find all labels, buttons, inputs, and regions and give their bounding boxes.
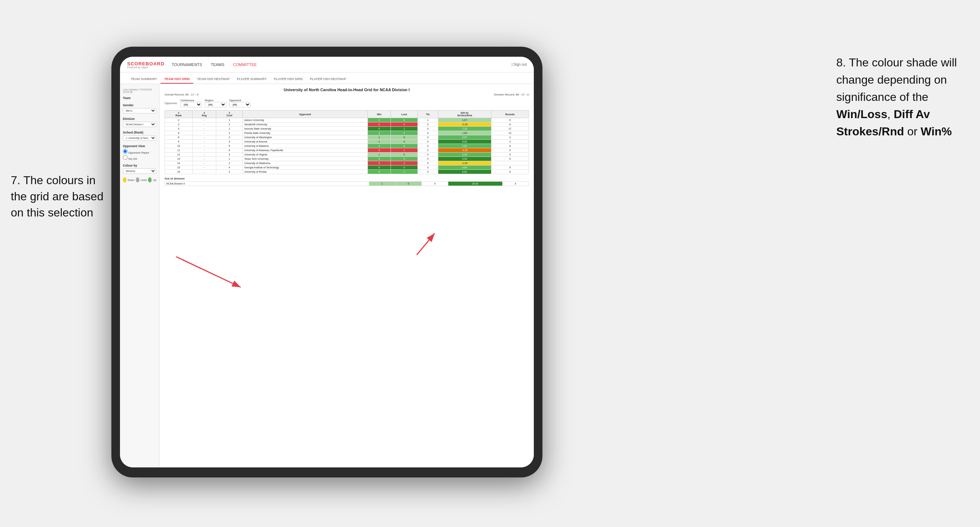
- radio-opponents-played[interactable]: Opponents Played: [123, 149, 156, 154]
- cell-rounds: 9: [492, 165, 529, 170]
- cell-loss: 1: [391, 127, 418, 131]
- cell-conf: 2: [216, 161, 243, 165]
- sidebar-school-select[interactable]: 1. University of Nort...: [123, 135, 156, 141]
- sidebar-school-section: School (Rank) 1. University of Nort...: [123, 131, 156, 141]
- cell-loss: 0: [391, 135, 418, 140]
- cell-conf: 5: [216, 144, 243, 148]
- cell-opponent: University of Alabama: [242, 144, 368, 148]
- cell-rounds: 2: [492, 140, 529, 144]
- sidebar-team-label: Team: [123, 96, 156, 100]
- opponent-select[interactable]: (All): [229, 102, 251, 107]
- cell-tie: 0: [418, 140, 438, 144]
- cell-tie: 1: [418, 118, 438, 122]
- table-row: 16 - 2 University of Florida 3 1 0 6.62 …: [165, 170, 529, 174]
- cell-loss: 1: [391, 148, 418, 152]
- cell-reg: -: [192, 148, 216, 152]
- table-row: 8 - 2 University of Washington 1 0 0 3.6…: [165, 135, 529, 140]
- nav-committee[interactable]: COMMITTEE: [233, 61, 257, 68]
- sidebar-division-section: Division NCAA Division I: [123, 117, 156, 127]
- sub-nav: TEAM SUMMARY TEAM H2H GRID TEAM H2H HEAT…: [120, 73, 534, 84]
- tab-player-summary[interactable]: PLAYER SUMMARY: [233, 75, 270, 84]
- cell-tie: 0: [418, 127, 438, 131]
- sidebar-division-select[interactable]: NCAA Division I: [123, 122, 156, 127]
- cell-rounds: 3: [492, 135, 529, 140]
- cell-conf: 4: [216, 165, 243, 170]
- table-row: 2 - 1 Auburn University 2 0 1 1.67 9: [165, 118, 529, 122]
- table-row: 4 - 1 Arizona State University 5 1 0 2.2…: [165, 127, 529, 131]
- tab-player-h2h-grid[interactable]: PLAYER H2H GRID: [270, 75, 306, 84]
- last-updated: Last Updated: 27/03/2024 16:55:38: [123, 88, 156, 93]
- col-loss: Loss: [391, 111, 418, 118]
- tab-team-summary[interactable]: TEAM SUMMARY: [127, 75, 161, 84]
- cell-diff: 6.62: [438, 170, 492, 174]
- nav-teams[interactable]: TEAMS: [211, 61, 224, 68]
- cell-diff: 26.00: [448, 182, 502, 186]
- cell-reg: -: [192, 127, 216, 131]
- cell-tie: 0: [422, 182, 448, 186]
- tab-player-h2h-heatmap[interactable]: PLAYER H2H HEATMAP: [306, 75, 350, 84]
- cell-loss: 0: [391, 140, 418, 144]
- cell-rounds: 12: [492, 131, 529, 135]
- logo-sub: Powered by clippd: [127, 66, 164, 68]
- filter-region: Region (All): [205, 99, 226, 107]
- cell-conf: 1: [216, 118, 243, 122]
- cell-tie: 0: [418, 144, 438, 148]
- cell-diff: 9.00: [438, 140, 492, 144]
- cell-loss: 0: [395, 182, 422, 186]
- tab-team-h2h-grid[interactable]: TEAM H2H GRID: [161, 75, 193, 84]
- cell-tie: 0: [418, 157, 438, 161]
- sidebar-colour-by-select[interactable]: Win/loss: [123, 168, 156, 174]
- cell-diff: 4.50: [438, 165, 492, 170]
- cell-loss: 1: [391, 161, 418, 165]
- cell-division: NCAA Division II: [165, 182, 369, 186]
- cell-opponent: Vanderbilt University: [242, 122, 368, 127]
- nav-tournaments[interactable]: TOURNAMENTS: [172, 61, 202, 68]
- cell-conf: 2: [216, 131, 243, 135]
- sidebar: Last Updated: 27/03/2024 16:55:38 Team G…: [120, 84, 159, 467]
- cell-diff: 1.83: [438, 131, 492, 135]
- cell-opponent: University of Arizona: [242, 140, 368, 144]
- cell-rounds: 17: [492, 127, 529, 131]
- cell-win: 1: [368, 152, 390, 157]
- table-row: 6 - 2 Florida State University 4 2 0 1.8…: [165, 131, 529, 135]
- overall-record: Overall Record: 89 - 17 - 0: [164, 93, 198, 96]
- sidebar-gender-select[interactable]: Men's: [123, 108, 156, 113]
- cell-reg: -: [192, 152, 216, 157]
- cell-rounds: 3: [492, 148, 529, 152]
- annotation-left: 7. The colours in the grid are based on …: [11, 172, 111, 221]
- filter-row: Opponents: Conference (All) Region (All): [164, 99, 529, 107]
- cell-reg: -: [192, 170, 216, 174]
- region-select[interactable]: (All): [205, 102, 226, 107]
- radio-top100[interactable]: Top 100: [123, 155, 156, 160]
- grid-subtitle: Overall Record: 89 - 17 - 0 Division Rec…: [164, 93, 529, 96]
- col-opponent: Opponent: [242, 111, 368, 118]
- cell-loss: 4: [391, 122, 418, 127]
- table-row: 10 - 5 University of Alabama 3 0 0 2.61 …: [165, 144, 529, 148]
- cell-diff: 2.28: [438, 127, 492, 131]
- sidebar-school-label: School (Rank): [123, 131, 156, 134]
- sign-out[interactable]: | Sign out: [512, 62, 527, 67]
- filter-conference: Conference (All): [180, 99, 202, 107]
- cell-conf: 3: [216, 152, 243, 157]
- conference-select[interactable]: (All): [180, 102, 202, 107]
- cell-reg: -: [192, 165, 216, 170]
- cell-opponent: University of Arkansas, Fayetteville: [242, 148, 368, 152]
- cell-tie: 0: [418, 122, 438, 127]
- cell-rank: 12: [165, 152, 192, 157]
- cell-rounds: 8: [492, 122, 529, 127]
- cell-tie: 0: [418, 135, 438, 140]
- cell-opponent: Georgia Institute of Technology: [242, 165, 368, 170]
- sidebar-colour-by-label: Colour by: [123, 164, 156, 167]
- cell-win: 1: [369, 182, 395, 186]
- cell-diff: 2.33: [438, 152, 492, 157]
- cell-opponent: Texas Tech University: [242, 157, 368, 161]
- cell-opponent: University of Florida: [242, 170, 368, 174]
- cell-win: 1: [368, 135, 390, 140]
- cell-tie: 0: [418, 152, 438, 157]
- cell-conf: 2: [216, 170, 243, 174]
- out-of-division-table: NCAA Division II 1 0 0 26.00 3: [164, 181, 529, 186]
- cell-rounds: 9: [492, 170, 529, 174]
- logo-area: SCOREBOARD Powered by clippd: [127, 60, 164, 68]
- tab-team-h2h-heatmap[interactable]: TEAM H2H HEATMAP: [193, 75, 233, 84]
- cell-rank: 6: [165, 131, 192, 135]
